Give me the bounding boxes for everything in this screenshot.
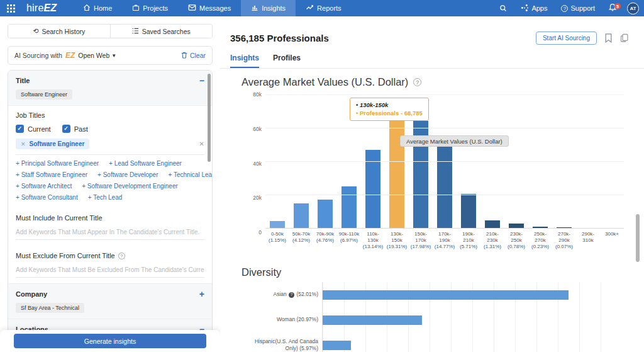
tooltip-value: Professionals - 68,785	[356, 109, 423, 117]
bar[interactable]	[270, 221, 285, 228]
bookmark-icon[interactable]	[604, 33, 613, 43]
sidebar-scrollbar[interactable]	[208, 74, 211, 162]
section-must-exclude: Must Exclude From Current Title ?	[8, 246, 212, 284]
ez-logo: EZ	[65, 51, 75, 60]
diversity-bar[interactable]	[323, 341, 351, 350]
nav-item-home[interactable]: Home	[73, 0, 122, 16]
copy-icon[interactable]	[620, 33, 629, 43]
bar[interactable]	[533, 227, 548, 228]
open-web-dropdown[interactable]: Open Web ▼	[78, 52, 116, 59]
avatar[interactable]: AT	[627, 3, 639, 14]
gridline	[265, 128, 624, 128]
suggestion-chip[interactable]: Principal Software Engineer	[16, 160, 99, 167]
x-tick-label: 110k-130k (13.14%)	[361, 231, 385, 250]
nav-item-messages[interactable]: Messages	[178, 0, 241, 16]
x-tick-label: 0-50k (1.15%)	[265, 231, 289, 250]
suggestion-chip[interactable]: Technical Lead	[169, 171, 213, 178]
main-tabs: Insights Profiles	[230, 54, 644, 68]
chevron-down-icon: ▼	[111, 53, 116, 59]
generate-insights-button[interactable]: Generate insights	[14, 334, 206, 348]
expand-company-button[interactable]: +	[199, 290, 204, 298]
diversity-chart-title: Diversity	[242, 266, 644, 278]
app-grid-icon[interactable]	[0, 0, 21, 16]
x-tick-label: 130k-150k (19.31%)	[385, 231, 409, 250]
market-values-chart: 80k60k40k20k0 0-50k (1.15%)50k-70k (4.12…	[242, 94, 624, 250]
section-title: Title − Software Engineer	[8, 71, 212, 106]
support-label: Support	[570, 4, 595, 12]
bar[interactable]	[341, 186, 357, 228]
suggestion-chip[interactable]: Software Developer	[97, 171, 158, 178]
support-button[interactable]: ? Support	[555, 0, 601, 16]
suggestion-chip[interactable]: Software Consultant	[16, 194, 78, 201]
clear-filters-button[interactable]: Clear	[181, 52, 206, 60]
x-tick-label: 290k-310k	[576, 231, 600, 250]
notifications-button[interactable]: 5	[603, 3, 622, 14]
x-tick-label: 150k-170k (17.98%)	[409, 231, 433, 250]
apps-menu-button[interactable]: Apps	[515, 0, 553, 16]
bar[interactable]	[485, 220, 500, 228]
section-job-titles: Job Titles Current Past ✕	[8, 106, 212, 207]
section-company: Company + Sf Bay Area - Technical	[8, 284, 212, 319]
nav-item-projects[interactable]: Projects	[122, 0, 178, 16]
trash-icon	[181, 52, 187, 60]
chart-tooltip: 130k-150k Professionals - 68,785	[350, 98, 429, 121]
diversity-row: Hispanic(U.S. And Canada Only) (5.97%)	[242, 332, 644, 352]
y-tick-label: 60k	[253, 126, 262, 132]
market-values-chart-title: Average Market Values (U.S. Dollar) ?	[242, 76, 644, 88]
clear-job-titles-icon[interactable]: ✕	[199, 140, 204, 147]
bar[interactable]	[318, 200, 333, 228]
must-include-input[interactable]	[16, 227, 204, 240]
bar[interactable]	[557, 227, 572, 228]
suggestion-chip[interactable]: Software Development Engineer	[82, 183, 178, 190]
diversity-bar[interactable]	[323, 315, 422, 325]
start-ai-sourcing-button[interactable]: Start AI Sourcing	[536, 31, 597, 45]
tab-profiles[interactable]: Profiles	[273, 54, 301, 68]
gridline	[265, 161, 624, 162]
list-icon	[132, 28, 139, 35]
main-scrollbar[interactable]	[636, 214, 640, 262]
must-exclude-label: Must Exclude From Current Title	[16, 252, 115, 259]
nav-item-reports[interactable]: Reports	[296, 0, 352, 16]
diversity-label: Woman (20.97%)	[242, 316, 322, 323]
tab-search-history[interactable]: ⟲ Search History	[8, 25, 110, 38]
diversity-bar[interactable]	[323, 290, 569, 300]
app-window: hireEZ Home Projects Messages Insights R…	[0, 0, 644, 352]
envelope-icon	[188, 4, 196, 13]
remove-chip-icon[interactable]: ✕	[21, 141, 26, 147]
bar[interactable]	[389, 113, 404, 228]
question-circle-icon[interactable]: ?	[118, 253, 125, 259]
nav-item-insights[interactable]: Insights	[241, 0, 296, 16]
hireez-logo[interactable]: hireEZ	[21, 0, 73, 16]
company-chip[interactable]: Sf Bay Area - Technical	[16, 303, 84, 313]
checkbox-past[interactable]: Past	[62, 125, 88, 133]
nav-label: Insights	[262, 4, 286, 12]
diversity-chart: Asian ? (52.01%)Woman (20.97%)Hispanic(U…	[242, 282, 644, 352]
checkbox-checked-icon	[16, 125, 24, 133]
hover-title-tooltip: Average Market Values (U.S. Dollar)	[400, 135, 509, 147]
search-icon[interactable]	[494, 0, 513, 16]
x-tick-label: 190k-210k (5.71%)	[457, 231, 480, 250]
collapse-title-button[interactable]: −	[199, 76, 204, 85]
suggestion-chip[interactable]: Lead Software Engineer	[109, 160, 182, 167]
question-circle-icon[interactable]: ?	[289, 292, 294, 298]
bar[interactable]	[461, 194, 476, 228]
search-filters-sidebar: ⟲ Search History Saved Searches AI Sourc…	[0, 16, 220, 352]
suggestion-chip[interactable]: Tech Lead	[88, 194, 123, 201]
question-circle-icon[interactable]: ?	[413, 78, 421, 86]
diversity-label: Asian ? (52.01%)	[242, 291, 322, 298]
selected-job-title-chip[interactable]: ✕ Software Engineer	[16, 139, 89, 149]
suggestion-chip[interactable]: Software Architect	[16, 183, 72, 190]
tab-saved-searches[interactable]: Saved Searches	[110, 25, 213, 38]
notification-badge: 5	[614, 3, 621, 9]
checkbox-current[interactable]: Current	[16, 125, 51, 133]
bar[interactable]	[294, 203, 309, 228]
title-chip[interactable]: Software Engineer	[16, 89, 72, 99]
bar[interactable]	[437, 140, 452, 228]
must-exclude-input[interactable]	[16, 264, 204, 278]
line-chart-icon	[306, 4, 314, 13]
x-tick-label: 230k-250k (0.78%)	[504, 231, 528, 250]
bar-chart-icon	[251, 4, 258, 13]
bar[interactable]	[509, 224, 524, 228]
tab-insights[interactable]: Insights	[230, 54, 259, 68]
suggestion-chip[interactable]: Staff Software Engineer	[16, 171, 87, 178]
